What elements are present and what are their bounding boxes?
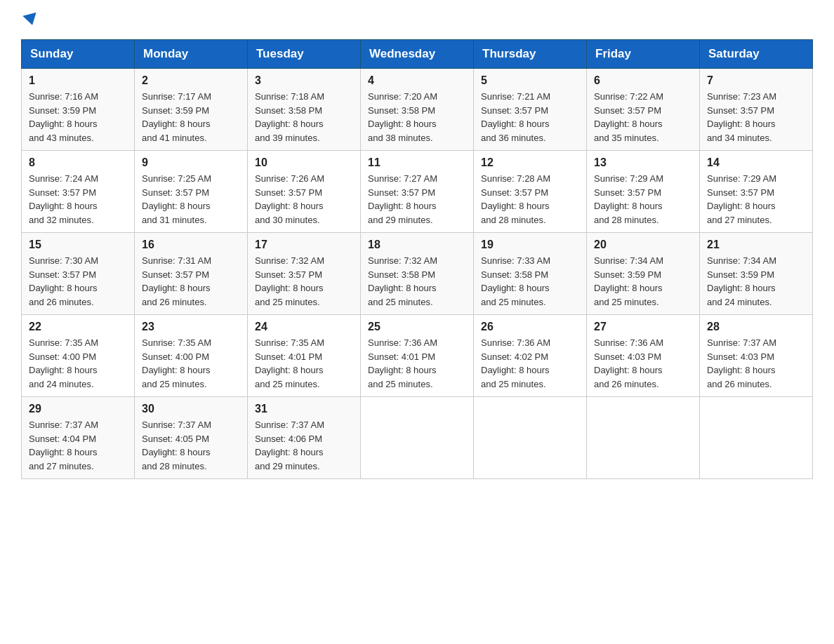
- calendar-cell: 10Sunrise: 7:26 AMSunset: 3:57 PMDayligh…: [248, 151, 361, 233]
- calendar-cell: 16Sunrise: 7:31 AMSunset: 3:57 PMDayligh…: [135, 233, 248, 315]
- day-info: Sunrise: 7:35 AMSunset: 4:01 PMDaylight:…: [255, 336, 353, 391]
- calendar-cell: 30Sunrise: 7:37 AMSunset: 4:05 PMDayligh…: [135, 397, 248, 479]
- day-number: 3: [255, 74, 353, 87]
- calendar-header-row: SundayMondayTuesdayWednesdayThursdayFrid…: [22, 40, 813, 69]
- calendar-cell: [587, 397, 700, 479]
- day-number: 18: [368, 239, 466, 251]
- day-info: Sunrise: 7:36 AMSunset: 4:03 PMDaylight:…: [594, 336, 692, 391]
- day-info: Sunrise: 7:16 AMSunset: 3:59 PMDaylight:…: [29, 90, 127, 145]
- day-info: Sunrise: 7:22 AMSunset: 3:57 PMDaylight:…: [594, 90, 692, 145]
- day-number: 20: [594, 239, 692, 251]
- day-number: 4: [368, 74, 466, 87]
- calendar-cell: 15Sunrise: 7:30 AMSunset: 3:57 PMDayligh…: [22, 233, 135, 315]
- calendar-week-row: 8Sunrise: 7:24 AMSunset: 3:57 PMDaylight…: [22, 151, 813, 233]
- day-info: Sunrise: 7:37 AMSunset: 4:05 PMDaylight:…: [142, 418, 240, 473]
- calendar-cell: 12Sunrise: 7:28 AMSunset: 3:57 PMDayligh…: [474, 151, 587, 233]
- calendar-cell: [474, 397, 587, 479]
- day-info: Sunrise: 7:34 AMSunset: 3:59 PMDaylight:…: [594, 254, 692, 309]
- day-info: Sunrise: 7:33 AMSunset: 3:58 PMDaylight:…: [481, 254, 579, 309]
- calendar-week-row: 29Sunrise: 7:37 AMSunset: 4:04 PMDayligh…: [22, 397, 813, 479]
- day-info: Sunrise: 7:29 AMSunset: 3:57 PMDaylight:…: [594, 172, 692, 227]
- calendar-cell: 31Sunrise: 7:37 AMSunset: 4:06 PMDayligh…: [248, 397, 361, 479]
- calendar-cell: 18Sunrise: 7:32 AMSunset: 3:58 PMDayligh…: [361, 233, 474, 315]
- day-info: Sunrise: 7:29 AMSunset: 3:57 PMDaylight:…: [707, 172, 805, 227]
- calendar-cell: [361, 397, 474, 479]
- calendar-cell: 11Sunrise: 7:27 AMSunset: 3:57 PMDayligh…: [361, 151, 474, 233]
- day-number: 11: [368, 156, 466, 169]
- header-day-sunday: Sunday: [22, 40, 135, 69]
- calendar-cell: 26Sunrise: 7:36 AMSunset: 4:02 PMDayligh…: [474, 315, 587, 397]
- day-info: Sunrise: 7:26 AMSunset: 3:57 PMDaylight:…: [255, 172, 353, 227]
- header-day-friday: Friday: [587, 40, 700, 69]
- calendar-cell: 28Sunrise: 7:37 AMSunset: 4:03 PMDayligh…: [700, 315, 813, 397]
- header-day-saturday: Saturday: [700, 40, 813, 69]
- header-day-tuesday: Tuesday: [248, 40, 361, 69]
- calendar-week-row: 1Sunrise: 7:16 AMSunset: 3:59 PMDaylight…: [22, 69, 813, 151]
- day-info: Sunrise: 7:36 AMSunset: 4:02 PMDaylight:…: [481, 336, 579, 391]
- day-number: 24: [255, 321, 353, 333]
- calendar-cell: 27Sunrise: 7:36 AMSunset: 4:03 PMDayligh…: [587, 315, 700, 397]
- day-number: 6: [594, 74, 692, 87]
- day-number: 25: [368, 321, 466, 333]
- day-number: 22: [29, 321, 127, 333]
- day-info: Sunrise: 7:34 AMSunset: 3:59 PMDaylight:…: [707, 254, 805, 309]
- day-info: Sunrise: 7:27 AMSunset: 3:57 PMDaylight:…: [368, 172, 466, 227]
- day-info: Sunrise: 7:37 AMSunset: 4:06 PMDaylight:…: [255, 418, 353, 473]
- day-number: 12: [481, 156, 579, 169]
- day-info: Sunrise: 7:24 AMSunset: 3:57 PMDaylight:…: [29, 172, 127, 227]
- day-info: Sunrise: 7:28 AMSunset: 3:57 PMDaylight:…: [481, 172, 579, 227]
- calendar-cell: 4Sunrise: 7:20 AMSunset: 3:58 PMDaylight…: [361, 69, 474, 151]
- logo: [21, 14, 38, 25]
- day-number: 9: [142, 156, 240, 169]
- day-number: 23: [142, 321, 240, 333]
- day-number: 8: [29, 156, 127, 169]
- day-number: 26: [481, 321, 579, 333]
- header-day-wednesday: Wednesday: [361, 40, 474, 69]
- logo-triangle-icon: [22, 13, 39, 27]
- calendar-week-row: 15Sunrise: 7:30 AMSunset: 3:57 PMDayligh…: [22, 233, 813, 315]
- page-header: [21, 14, 813, 25]
- calendar-cell: 24Sunrise: 7:35 AMSunset: 4:01 PMDayligh…: [248, 315, 361, 397]
- calendar-cell: 17Sunrise: 7:32 AMSunset: 3:57 PMDayligh…: [248, 233, 361, 315]
- day-number: 17: [255, 239, 353, 251]
- day-info: Sunrise: 7:31 AMSunset: 3:57 PMDaylight:…: [142, 254, 240, 309]
- calendar-cell: 1Sunrise: 7:16 AMSunset: 3:59 PMDaylight…: [22, 69, 135, 151]
- calendar-cell: 20Sunrise: 7:34 AMSunset: 3:59 PMDayligh…: [587, 233, 700, 315]
- day-number: 28: [707, 321, 805, 333]
- calendar-cell: 25Sunrise: 7:36 AMSunset: 4:01 PMDayligh…: [361, 315, 474, 397]
- day-number: 31: [255, 403, 353, 415]
- calendar-cell: 3Sunrise: 7:18 AMSunset: 3:58 PMDaylight…: [248, 69, 361, 151]
- day-number: 2: [142, 74, 240, 87]
- day-info: Sunrise: 7:37 AMSunset: 4:03 PMDaylight:…: [707, 336, 805, 391]
- calendar-cell: 22Sunrise: 7:35 AMSunset: 4:00 PMDayligh…: [22, 315, 135, 397]
- day-number: 14: [707, 156, 805, 169]
- calendar-cell: 21Sunrise: 7:34 AMSunset: 3:59 PMDayligh…: [700, 233, 813, 315]
- calendar-cell: 7Sunrise: 7:23 AMSunset: 3:57 PMDaylight…: [700, 69, 813, 151]
- calendar-cell: 9Sunrise: 7:25 AMSunset: 3:57 PMDaylight…: [135, 151, 248, 233]
- day-number: 10: [255, 156, 353, 169]
- calendar-cell: [700, 397, 813, 479]
- calendar-cell: 23Sunrise: 7:35 AMSunset: 4:00 PMDayligh…: [135, 315, 248, 397]
- day-info: Sunrise: 7:32 AMSunset: 3:58 PMDaylight:…: [368, 254, 466, 309]
- day-info: Sunrise: 7:21 AMSunset: 3:57 PMDaylight:…: [481, 90, 579, 145]
- header-day-thursday: Thursday: [474, 40, 587, 69]
- day-info: Sunrise: 7:17 AMSunset: 3:59 PMDaylight:…: [142, 90, 240, 145]
- day-info: Sunrise: 7:18 AMSunset: 3:58 PMDaylight:…: [255, 90, 353, 145]
- calendar-week-row: 22Sunrise: 7:35 AMSunset: 4:00 PMDayligh…: [22, 315, 813, 397]
- calendar-cell: 14Sunrise: 7:29 AMSunset: 3:57 PMDayligh…: [700, 151, 813, 233]
- day-info: Sunrise: 7:37 AMSunset: 4:04 PMDaylight:…: [29, 418, 127, 473]
- day-info: Sunrise: 7:32 AMSunset: 3:57 PMDaylight:…: [255, 254, 353, 309]
- day-info: Sunrise: 7:25 AMSunset: 3:57 PMDaylight:…: [142, 172, 240, 227]
- header-day-monday: Monday: [135, 40, 248, 69]
- calendar-cell: 13Sunrise: 7:29 AMSunset: 3:57 PMDayligh…: [587, 151, 700, 233]
- calendar-cell: 2Sunrise: 7:17 AMSunset: 3:59 PMDaylight…: [135, 69, 248, 151]
- day-info: Sunrise: 7:30 AMSunset: 3:57 PMDaylight:…: [29, 254, 127, 309]
- day-number: 30: [142, 403, 240, 415]
- day-info: Sunrise: 7:36 AMSunset: 4:01 PMDaylight:…: [368, 336, 466, 391]
- day-number: 21: [707, 239, 805, 251]
- day-info: Sunrise: 7:23 AMSunset: 3:57 PMDaylight:…: [707, 90, 805, 145]
- day-number: 7: [707, 74, 805, 87]
- calendar-table: SundayMondayTuesdayWednesdayThursdayFrid…: [21, 39, 813, 479]
- day-number: 19: [481, 239, 579, 251]
- day-info: Sunrise: 7:35 AMSunset: 4:00 PMDaylight:…: [142, 336, 240, 391]
